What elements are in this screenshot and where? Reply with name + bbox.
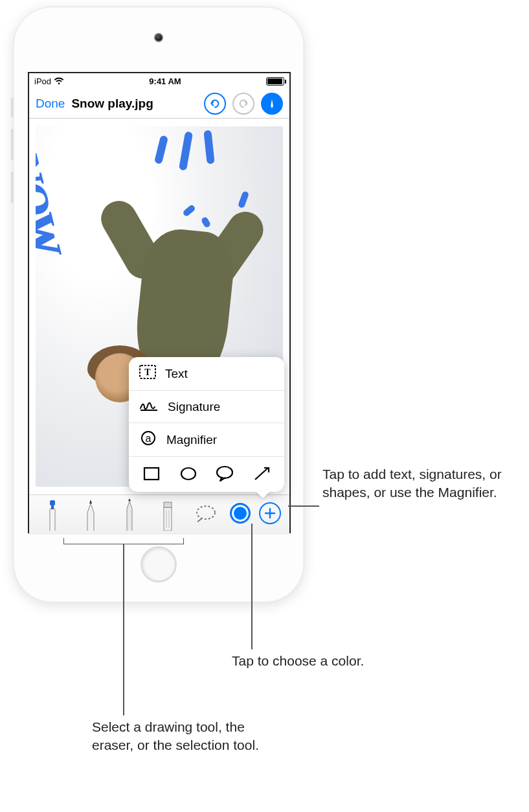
shape-arrow-button[interactable]	[249, 463, 275, 484]
marker-tool[interactable]	[38, 497, 67, 531]
markup-button[interactable]	[261, 93, 283, 115]
battery-icon	[266, 77, 284, 86]
svg-point-7	[217, 467, 232, 478]
clock: 9:41 AM	[149, 76, 181, 86]
screen: iPod 9:41 AM Done Snow play.jpg	[28, 72, 291, 533]
callout-color: Tap to choose a color.	[232, 652, 364, 670]
popover-signature-label: Signature	[168, 400, 220, 414]
shape-speech-bubble-button[interactable]	[212, 463, 238, 484]
svg-rect-9	[50, 500, 55, 505]
pencil-tool[interactable]	[115, 497, 144, 531]
popover-text-label: Text	[165, 367, 188, 381]
redo-button[interactable]	[232, 93, 254, 115]
status-bar: iPod 9:41 AM	[29, 73, 289, 89]
popover-text-option[interactable]: T Text	[129, 357, 284, 390]
color-picker-button[interactable]	[230, 503, 251, 524]
popover-magnifier-option[interactable]: a Magnifier	[129, 423, 284, 456]
front-camera	[154, 33, 163, 42]
popover-magnifier-label: Magnifier	[166, 433, 217, 447]
svg-rect-11	[164, 507, 172, 531]
svg-text:T: T	[144, 367, 151, 377]
svg-rect-10	[51, 505, 54, 509]
add-annotation-popover: T Text Signature a Magnifier	[129, 357, 284, 492]
highlighter-tool[interactable]	[76, 497, 106, 531]
callout-tools: Select a drawing tool, the eraser, or th…	[92, 718, 280, 755]
signature-icon	[139, 398, 159, 415]
ipod-device-frame: iPod 9:41 AM Done Snow play.jpg	[13, 6, 304, 603]
svg-rect-5	[144, 468, 159, 480]
svg-point-15	[197, 506, 215, 519]
magnifier-icon: a	[139, 430, 157, 449]
wifi-icon	[54, 77, 64, 85]
text-icon: T	[139, 364, 156, 383]
svg-text:a: a	[146, 433, 152, 444]
popover-signature-option[interactable]: Signature	[129, 391, 284, 423]
svg-point-6	[181, 468, 196, 480]
shape-rectangle-button[interactable]	[139, 463, 164, 484]
markup-toolbar	[29, 494, 289, 535]
svg-line-8	[255, 468, 268, 480]
document-title: Snow play.jpg	[71, 97, 153, 111]
markup-canvas[interactable]: SNOW T Text	[29, 119, 289, 494]
carrier-label: iPod	[34, 76, 51, 86]
add-annotation-button[interactable]	[259, 502, 281, 524]
svg-rect-12	[164, 502, 172, 507]
undo-button[interactable]	[204, 93, 226, 115]
shape-oval-button[interactable]	[175, 463, 201, 484]
eraser-tool[interactable]	[153, 497, 183, 531]
lasso-tool[interactable]	[191, 497, 221, 531]
done-button[interactable]: Done	[36, 97, 65, 111]
side-buttons	[11, 98, 14, 215]
nav-bar: Done Snow play.jpg	[29, 89, 289, 119]
handwritten-annotation: SNOW	[36, 130, 72, 256]
home-button[interactable]	[141, 546, 177, 583]
callout-add: Tap to add text, signatures, or shapes, …	[322, 465, 510, 502]
